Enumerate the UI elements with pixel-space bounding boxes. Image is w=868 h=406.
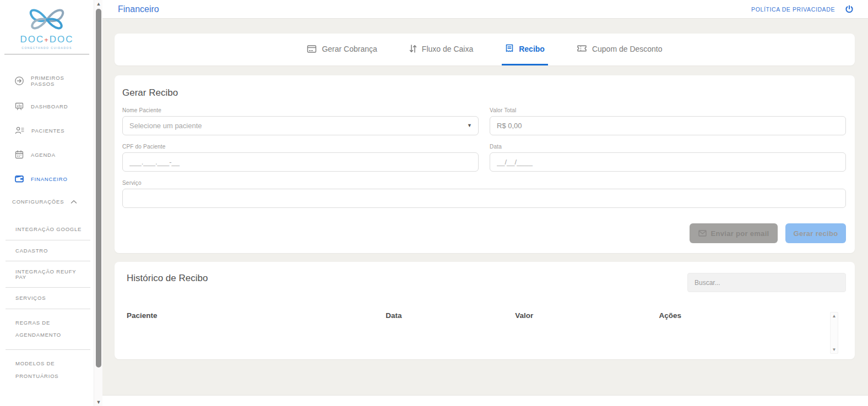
- cpf-input[interactable]: [122, 152, 479, 172]
- historico-recibo-card: Histórico de Recibo Paciente Data Valor …: [115, 262, 855, 359]
- servico-input[interactable]: [122, 189, 846, 208]
- sidebar-item-agenda[interactable]: AGENDA: [0, 142, 94, 167]
- scrollbar-thumb[interactable]: [96, 9, 101, 367]
- patient-select-input[interactable]: [122, 116, 479, 135]
- sidebar-section-configuracoes[interactable]: CONFIGURAÇÕES: [0, 191, 94, 210]
- arrow-right-circle-icon: [14, 76, 24, 86]
- sidebar-section-label: CONFIGURAÇÕES: [12, 199, 64, 205]
- coupon-icon: [577, 45, 587, 53]
- sidebar-item-servicos[interactable]: SERVIÇOS: [0, 288, 94, 309]
- sidebar-subnav: INTEGRAÇÃO GOOGLE CADASTRO INTEGRAÇÃO RE…: [0, 219, 94, 391]
- topbar: Financeiro POLÍTICA DE PRIVACIDADE: [102, 0, 868, 19]
- scrollbar-down-arrow[interactable]: ▼: [94, 399, 103, 405]
- search-input[interactable]: [687, 273, 846, 292]
- tab-label: Gerar Cobrança: [322, 45, 377, 53]
- dashboard-icon: [14, 101, 24, 111]
- gerar-recibo-button[interactable]: Gerar recibo: [785, 223, 846, 243]
- tab-recibo[interactable]: Recibo: [502, 34, 548, 65]
- butterfly-logo-icon: [26, 6, 68, 34]
- table-scrollbar-up-arrow[interactable]: ▲: [831, 314, 838, 319]
- logo-divider: [4, 54, 89, 54]
- logo-text: DOC+DOC: [0, 34, 94, 45]
- historico-header: Histórico de Recibo: [122, 273, 846, 292]
- historico-table-header: Paciente Data Valor Ações: [122, 311, 846, 320]
- gerar-recibo-title: Gerar Recibo: [122, 87, 846, 98]
- field-label: Serviço: [122, 180, 846, 186]
- sidebar-item-label: PRIMEIROS PASSOS: [31, 75, 88, 87]
- field-servico: Serviço: [122, 180, 846, 208]
- form-buttons: Enviar por email Gerar recibo: [122, 223, 846, 243]
- sidebar-item-regras-de-agendamento[interactable]: REGRAS DE AGENDAMENTO: [0, 309, 66, 350]
- tab-label: Recibo: [519, 45, 545, 53]
- sidebar-item-cadastro[interactable]: CADASTRO: [0, 240, 94, 261]
- tab-label: Fluxo de Caixa: [422, 45, 473, 53]
- sidebar-item-financeiro[interactable]: FINANCEIRO: [0, 167, 94, 191]
- historico-title: Histórico de Recibo: [127, 273, 208, 284]
- page-title: Financeiro: [118, 4, 159, 14]
- column-header-paciente: Paciente: [127, 311, 386, 320]
- table-scrollbar-down-arrow[interactable]: ▼: [831, 347, 838, 352]
- gerar-recibo-card: Gerar Recibo Nome Paciente ▼ Valor Total: [115, 75, 855, 253]
- content: Gerar Cobrança Fluxo de Caixa Recibo Cup…: [102, 19, 868, 395]
- wallet-icon: [14, 174, 24, 184]
- receipt-icon: [505, 44, 514, 53]
- sidebar-nav: PRIMEIROS PASSOS DASHBOARD PACIENTES AGE…: [0, 58, 94, 391]
- field-nome-paciente: Nome Paciente ▼: [122, 107, 479, 135]
- logo-plus: +: [44, 36, 50, 44]
- valor-total-input[interactable]: [490, 116, 846, 135]
- sidebar-item-integracao-google[interactable]: INTEGRAÇÃO GOOGLE: [0, 219, 94, 240]
- finance-tabs: Gerar Cobrança Fluxo de Caixa Recibo Cup…: [115, 34, 855, 65]
- enviar-por-email-button[interactable]: Enviar por email: [690, 223, 778, 243]
- cashflow-arrows-icon: [409, 44, 417, 53]
- field-label: Nome Paciente: [122, 107, 479, 113]
- footer-strip: [102, 395, 868, 406]
- app-root: DOC+DOC CONECTANDO CUIDADOS PRIMEIROS PA…: [0, 0, 868, 406]
- column-header-data: Data: [386, 311, 515, 320]
- logo: DOC+DOC CONECTANDO CUIDADOS: [0, 0, 94, 58]
- tab-cupom-de-desconto[interactable]: Cupom de Desconto: [573, 34, 666, 65]
- field-cpf-paciente: CPF do Paciente: [122, 144, 479, 172]
- sidebar-item-label: AGENDA: [31, 152, 56, 158]
- chevron-up-icon: [70, 200, 77, 204]
- scrollbar-up-arrow[interactable]: ▲: [94, 1, 103, 7]
- sidebar-item-dashboard[interactable]: DASHBOARD: [0, 94, 94, 118]
- column-header-valor: Valor: [515, 311, 659, 320]
- envelope-icon: [698, 230, 707, 237]
- main-area: Financeiro POLÍTICA DE PRIVACIDADE Gerar…: [102, 0, 868, 406]
- sidebar-item-pacientes[interactable]: PACIENTES: [0, 118, 94, 142]
- patient-select[interactable]: ▼: [122, 116, 479, 135]
- sidebar-scrollbar[interactable]: ▲ ▼: [94, 0, 102, 406]
- logout-power-button[interactable]: [845, 5, 854, 14]
- sidebar-item-label: PACIENTES: [31, 128, 64, 134]
- button-label: Gerar recibo: [794, 229, 838, 238]
- sidebar-item-primeiros-passos[interactable]: PRIMEIROS PASSOS: [0, 68, 94, 94]
- field-label: Data: [490, 144, 846, 150]
- field-label: CPF do Paciente: [122, 144, 479, 150]
- column-header-acoes: Ações: [659, 311, 846, 320]
- topbar-right: POLÍTICA DE PRIVACIDADE: [751, 5, 854, 14]
- field-label: Valor Total: [490, 107, 846, 113]
- sidebar-item-modelos-de-prontuarios[interactable]: MODELOS DE PRONTUÁRIOS: [0, 350, 66, 391]
- field-data: Data: [490, 144, 846, 172]
- sidebar-item-label: FINANCEIRO: [31, 176, 68, 182]
- historico-table-body: ▲ ▼: [122, 320, 846, 352]
- calendar-icon: [14, 150, 24, 160]
- table-scrollbar[interactable]: ▲ ▼: [830, 312, 838, 354]
- tab-gerar-cobranca[interactable]: Gerar Cobrança: [303, 34, 380, 65]
- sidebar-item-label: DASHBOARD: [31, 103, 68, 109]
- billing-card-icon: [307, 45, 317, 53]
- power-icon: [845, 5, 854, 14]
- tab-fluxo-de-caixa[interactable]: Fluxo de Caixa: [406, 34, 476, 65]
- privacy-policy-link[interactable]: POLÍTICA DE PRIVACIDADE: [751, 6, 835, 13]
- field-valor-total: Valor Total: [490, 107, 846, 135]
- gerar-recibo-form: Nome Paciente ▼ Valor Total CPF do Pacie…: [122, 107, 846, 208]
- patients-icon: [14, 125, 25, 135]
- tab-label: Cupom de Desconto: [592, 45, 663, 53]
- logo-tagline: CONECTANDO CUIDADOS: [0, 46, 94, 50]
- button-label: Enviar por email: [711, 229, 769, 238]
- sidebar: DOC+DOC CONECTANDO CUIDADOS PRIMEIROS PA…: [0, 0, 94, 406]
- sidebar-item-integracao-reufy-pay[interactable]: INTEGRAÇÃO REUFY PAY: [0, 261, 94, 287]
- data-input[interactable]: [490, 152, 846, 172]
